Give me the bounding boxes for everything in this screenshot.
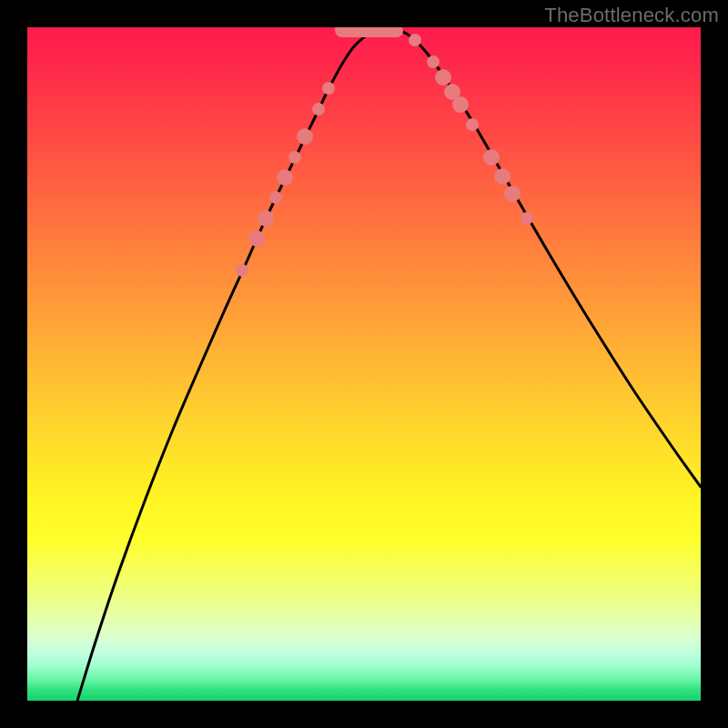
data-point bbox=[297, 128, 313, 145]
data-point bbox=[452, 96, 469, 113]
data-point bbox=[494, 168, 511, 185]
data-point bbox=[435, 69, 451, 86]
data-point bbox=[466, 118, 479, 131]
data-point-group bbox=[236, 27, 533, 277]
plot-area bbox=[27, 27, 701, 701]
data-point bbox=[269, 191, 282, 204]
data-point bbox=[277, 169, 293, 186]
data-point bbox=[322, 82, 335, 95]
chart-svg bbox=[27, 27, 701, 701]
data-point bbox=[409, 34, 421, 46]
data-point bbox=[288, 151, 301, 164]
watermark-label: TheBottleneck.com bbox=[544, 4, 719, 27]
data-point bbox=[427, 56, 440, 68]
data-point bbox=[521, 212, 533, 225]
bottleneck-curve bbox=[77, 29, 701, 701]
chart-stage: TheBottleneck.com bbox=[0, 0, 728, 728]
data-point bbox=[258, 210, 274, 227]
data-point bbox=[504, 186, 521, 202]
data-point bbox=[236, 264, 248, 277]
data-point bbox=[248, 230, 265, 247]
data-point bbox=[312, 103, 325, 116]
data-point bbox=[483, 149, 500, 166]
